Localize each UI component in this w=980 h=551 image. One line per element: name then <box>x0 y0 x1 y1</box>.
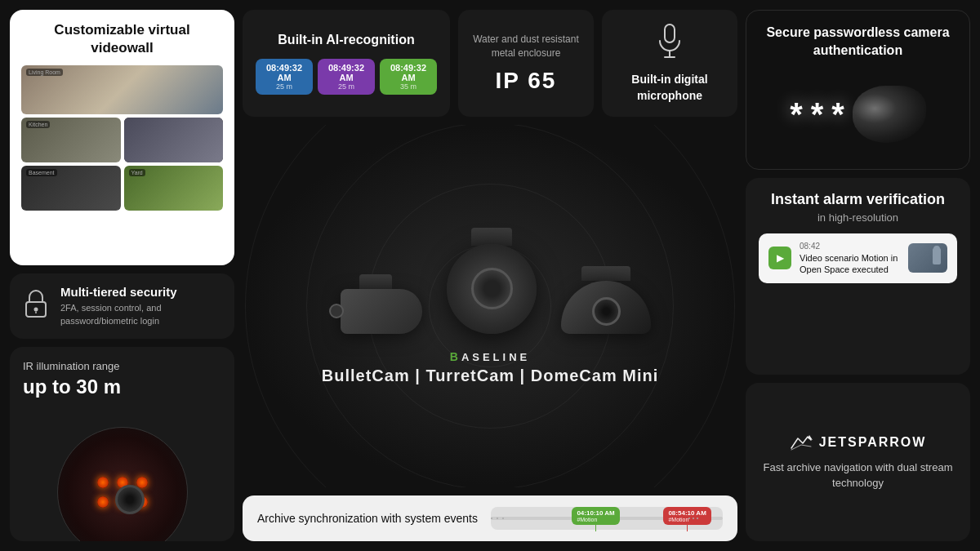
dust-cloud <box>853 86 926 143</box>
ir-label: IR illumination range <box>23 360 121 372</box>
notif-icon: ▶ <box>768 247 791 269</box>
asterisk-3: * <box>831 96 844 133</box>
vw-cell-kitchen: Kitchen <box>21 118 121 162</box>
security-card: Multi-tiered security 2FA, session contr… <box>10 273 234 339</box>
asterisk-1: * <box>790 96 803 133</box>
ir-dot <box>97 477 109 488</box>
notif-thumbnail <box>908 243 947 273</box>
brand-label: BASELINE BulletCam | TurretCam | DomeCam… <box>322 350 658 385</box>
ir-card: IR illumination range up to 30 m <box>10 347 234 541</box>
jetsparrow-desc: Fast archive navigation with dual stream… <box>759 460 957 491</box>
notif-text: 08:42 Video scenario Motion in Open Spac… <box>800 242 900 276</box>
notif-desc: Video scenario Motion in Open Space exec… <box>800 252 900 276</box>
bulletcam <box>329 274 422 334</box>
cameras-row <box>329 228 651 334</box>
ai-bars: 08:49:32 AM 25 m 08:49:32 AM 25 m 08:49:… <box>256 59 437 95</box>
videowall-grid: Living Room Kitchen Bedroom Basement Yar… <box>21 65 223 211</box>
alarm-title: Instant alarm verification <box>759 191 957 208</box>
ai-bar-blue: 08:49:32 AM 25 m <box>256 59 313 95</box>
timeline-marker-2: 08:54:10 AM #Motion <box>663 507 710 531</box>
person-silhouette <box>933 248 941 264</box>
jetsparrow-logo: JETSPARROW <box>790 433 927 451</box>
ai-title: Built-in AI-recognition <box>278 33 414 47</box>
svg-point-1 <box>34 307 38 311</box>
top-features: Built-in AI-recognition 08:49:32 AM 25 m… <box>243 10 737 117</box>
lock-icon <box>23 289 49 324</box>
microphone-icon <box>657 23 683 65</box>
alarm-subtitle: in high-resolution <box>759 211 957 224</box>
ip-desc: Water and dust resistant metal enclosure <box>471 33 581 60</box>
security-desc: 2FA, session control, and password/biome… <box>60 302 221 327</box>
jetsparrow-card: JETSPARROW Fast archive navigation with … <box>746 383 970 541</box>
ip-card: Water and dust resistant metal enclosure… <box>458 10 594 117</box>
jetsparrow-name: JETSPARROW <box>819 435 927 450</box>
mic-card: Built-in digital microphone <box>602 10 737 117</box>
archive-timeline: 04:10:10 AM #Motion 08:54:10 AM #Motion <box>491 507 723 530</box>
jetsparrow-icon <box>790 433 813 451</box>
notif-time: 08:42 <box>800 242 900 251</box>
archive-bar: Archive synchronization with system even… <box>243 495 737 541</box>
left-column: Customizable virtual videowall Living Ro… <box>10 10 243 541</box>
ip-badge: IP 65 <box>496 68 557 94</box>
security-title: Multi-tiered security <box>60 285 221 299</box>
cam-names: BulletCam | TurretCam | DomeCam Mini <box>322 367 658 385</box>
password-display: * * * <box>760 73 956 156</box>
vw-cell-bedroom: Bedroom <box>124 118 224 162</box>
vw-cell-yard: Yard <box>124 166 224 211</box>
timeline-marker-1: 04:10:10 AM #Motion <box>572 507 619 531</box>
ir-range: up to 30 m <box>23 375 121 398</box>
ir-camera <box>57 427 188 541</box>
passwordless-card: Secure passwordless camera authenticatio… <box>746 10 970 170</box>
domecam <box>561 266 651 334</box>
ai-bar-purple: 08:49:32 AM 25 m <box>318 59 375 95</box>
alarm-notification: ▶ 08:42 Video scenario Motion in Open Sp… <box>759 233 957 284</box>
archive-label: Archive synchronization with system even… <box>257 512 478 525</box>
turretcam <box>447 228 537 334</box>
ir-text: IR illumination range up to 30 m <box>23 360 121 398</box>
ir-dot <box>97 496 109 508</box>
main-camera-display: BASELINE BulletCam | TurretCam | DomeCam… <box>243 125 737 487</box>
center-column: Built-in AI-recognition 08:49:32 AM 25 m… <box>243 10 737 541</box>
alarm-card: Instant alarm verification in high-resol… <box>746 178 970 375</box>
right-column: Secure passwordless camera authenticatio… <box>737 10 970 541</box>
svg-rect-3 <box>665 24 675 42</box>
vw-cell-living: Living Room <box>21 65 223 114</box>
ai-bar-green: 08:49:32 AM 35 m <box>380 59 437 95</box>
mic-title: Built-in digital microphone <box>615 72 724 104</box>
ai-card: Built-in AI-recognition 08:49:32 AM 25 m… <box>243 10 450 117</box>
ir-dot <box>136 477 148 488</box>
asterisk-2: * <box>811 96 824 133</box>
security-text: Multi-tiered security 2FA, session contr… <box>60 285 221 327</box>
passwordless-title: Secure passwordless camera authenticatio… <box>760 24 956 60</box>
videowall-title: Customizable virtual videowall <box>21 21 223 57</box>
vw-cell-basement: Basement <box>21 166 121 211</box>
videowall-card: Customizable virtual videowall Living Ro… <box>10 10 234 265</box>
